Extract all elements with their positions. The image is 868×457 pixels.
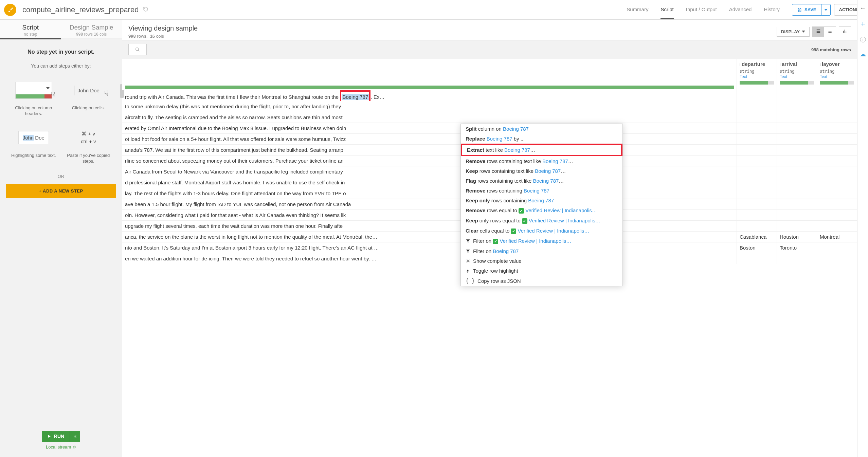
comment-icon[interactable]: ☁	[860, 51, 866, 58]
cell[interactable]	[777, 156, 817, 166]
column-meaning[interactable]: Text	[820, 74, 854, 79]
back-arrow-icon[interactable]: ←	[860, 5, 866, 12]
cell[interactable]	[817, 177, 857, 188]
cell[interactable]: anada's 787. We sat in the first row of …	[122, 145, 737, 156]
menu-extract[interactable]: Extract text like Boeing 787…	[461, 144, 622, 156]
refresh-icon[interactable]	[143, 6, 149, 13]
cell[interactable]	[737, 90, 777, 101]
cell[interactable]	[777, 210, 817, 221]
cell[interactable]	[737, 210, 777, 221]
menu-keep-rows-equal[interactable]: Keep only rows equal to ✓ Verified Revie…	[461, 216, 622, 226]
cell[interactable]	[737, 166, 777, 177]
cell[interactable]	[777, 188, 817, 199]
tab-advanced[interactable]: Advanced	[729, 0, 752, 19]
menu-toggle-row-highlight[interactable]: Toggle row highlight	[461, 266, 622, 276]
cell[interactable]	[737, 112, 777, 123]
display-dropdown[interactable]: DISPLAY	[777, 27, 810, 37]
cell[interactable]: nto and Boston. It's Saturday and I'm at…	[122, 242, 737, 253]
menu-filter-on-token[interactable]: Filter on Boeing 787	[461, 246, 622, 256]
cell[interactable]	[777, 101, 817, 112]
cell[interactable]: round trip with Air Canada. This was the…	[122, 90, 737, 101]
tab-input-output[interactable]: Input / Output	[686, 0, 717, 19]
cell[interactable]	[777, 123, 817, 134]
add-icon[interactable]: ＋	[859, 19, 867, 29]
cell[interactable]	[777, 134, 817, 145]
info-icon[interactable]: ⓘ	[860, 36, 866, 44]
menu-show-complete-value[interactable]: Show complete value	[461, 256, 622, 266]
chart-button[interactable]	[839, 26, 851, 37]
menu-remove-rows-containing[interactable]: Remove rows containing Boeing 787	[461, 186, 622, 196]
cell[interactable]	[737, 188, 777, 199]
menu-copy-row-json[interactable]: { }Copy row as JSON	[461, 276, 622, 286]
cell[interactable]: to some unknown delay (this was not ment…	[122, 101, 737, 112]
table-view-button[interactable]	[813, 27, 824, 37]
cell[interactable]	[737, 199, 777, 210]
column-meaning[interactable]: Text	[740, 74, 774, 79]
cell[interactable]: oin. However, considering what I paid fo…	[122, 210, 737, 221]
cell[interactable]	[737, 221, 777, 232]
save-button[interactable]: SAVE	[792, 4, 821, 15]
app-logo[interactable]	[4, 4, 16, 16]
cell[interactable]: Houston	[777, 232, 817, 242]
cell[interactable]	[737, 253, 777, 264]
cell[interactable]	[817, 123, 857, 134]
cell[interactable]: erated by Omni Air International due to …	[122, 123, 737, 134]
cell[interactable]	[777, 177, 817, 188]
menu-replace[interactable]: Replace Boeing 787 by ...	[461, 134, 622, 144]
cell[interactable]: Air Canada from Seoul to Newark via Vanc…	[122, 166, 737, 177]
menu-clear-cells-equal[interactable]: Clear cells equal to ✓ Verified Review |…	[461, 226, 622, 236]
search-button[interactable]	[128, 44, 147, 55]
cell[interactable]	[737, 101, 777, 112]
run-button[interactable]: RUN	[42, 431, 70, 442]
cell[interactable]: Montreal	[817, 232, 857, 242]
cell[interactable]: lay. The rest of the flights with 1-3 ho…	[122, 188, 737, 199]
cell[interactable]: anca, the service on the plane is the wo…	[122, 232, 737, 242]
cell[interactable]	[777, 166, 817, 177]
column-header[interactable]: layover string Text	[817, 59, 857, 90]
cell[interactable]	[777, 90, 817, 101]
cell[interactable]	[817, 145, 857, 156]
cell[interactable]	[817, 134, 857, 145]
tab-summary[interactable]: Summary	[627, 0, 648, 19]
menu-keep-rows-containing[interactable]: Keep only rows containing Boeing 787	[461, 196, 622, 205]
cell[interactable]: ot load hot food for sale on a 5+ hour f…	[122, 134, 737, 145]
list-view-button[interactable]	[824, 27, 836, 37]
save-dropdown[interactable]	[821, 4, 830, 15]
cell[interactable]: rline so concerned about squeezing money…	[122, 156, 737, 166]
cell[interactable]	[777, 145, 817, 156]
cell[interactable]	[817, 188, 857, 199]
cell[interactable]: upgrade my flight several times, each ti…	[122, 221, 737, 232]
cell[interactable]	[737, 145, 777, 156]
left-tab-script[interactable]: Script no step	[0, 20, 61, 38]
cell[interactable]	[777, 112, 817, 123]
cell[interactable]	[777, 253, 817, 264]
cell[interactable]	[817, 156, 857, 166]
left-tab-design-sample[interactable]: Design Sample 998 rows 16 cols	[61, 20, 122, 38]
menu-keep-rows-like[interactable]: Keep rows containing text like Boeing 78…	[461, 166, 622, 176]
cell[interactable]: ave been a 1.5 hour flight. My flight fr…	[122, 199, 737, 210]
menu-split-column[interactable]: Split column on Boeing 787	[461, 124, 622, 134]
cell[interactable]: aircraft to fly. The seating is cramped …	[122, 112, 737, 123]
menu-filter-on-value[interactable]: Filter on ✓ Verified Review | Indianapol…	[461, 236, 622, 246]
cell[interactable]	[817, 101, 857, 112]
tab-history[interactable]: History	[764, 0, 780, 19]
cell[interactable]	[817, 112, 857, 123]
cell[interactable]: en we waited an addition hour for de-ici…	[122, 253, 737, 264]
column-header[interactable]	[122, 59, 737, 90]
cell[interactable]: Boston	[737, 242, 777, 253]
column-header[interactable]: arrival string Text	[777, 59, 817, 90]
tab-script[interactable]: Script	[661, 0, 673, 19]
cell[interactable]	[817, 90, 857, 101]
cell[interactable]	[817, 242, 857, 253]
cell[interactable]	[737, 156, 777, 166]
cell[interactable]: d professional plane staff. Montreal Air…	[122, 177, 737, 188]
local-stream-link[interactable]: Local stream ⚙	[0, 444, 122, 450]
menu-flag-rows-like[interactable]: Flag rows containing text like Boeing 78…	[461, 176, 622, 186]
cell[interactable]	[737, 134, 777, 145]
add-step-button[interactable]: + ADD A NEW STEP	[6, 184, 116, 198]
run-settings-button[interactable]: ✻	[70, 431, 80, 442]
cell[interactable]	[777, 221, 817, 232]
cell[interactable]	[817, 210, 857, 221]
cell[interactable]	[737, 123, 777, 134]
column-meaning[interactable]: Text	[780, 74, 814, 79]
